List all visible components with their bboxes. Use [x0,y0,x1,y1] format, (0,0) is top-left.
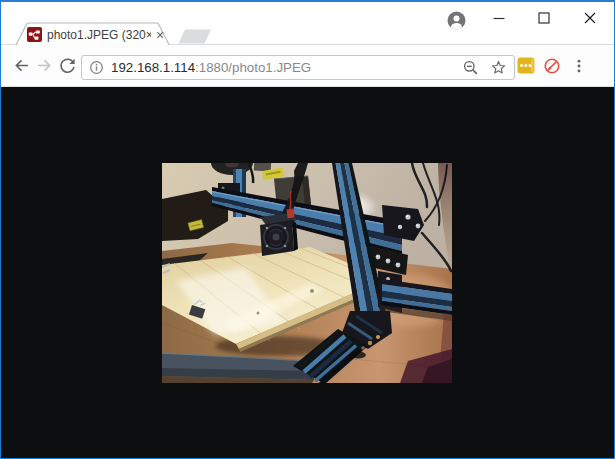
forward-icon[interactable] [35,56,54,75]
tab-title: photo1.JPEG (320×240) [47,28,151,43]
bookmark-star-icon[interactable] [489,58,508,77]
profile-avatar-icon[interactable] [447,11,466,30]
url-host: 192.168.1.114 [111,60,195,75]
extension-yellow-dots-icon[interactable] [517,57,535,74]
navigation-buttons [10,45,79,86]
address-bar[interactable]: 192.168.1.114:1880/photo1.JPEG [81,55,515,80]
browser-toolbar: 192.168.1.114:1880/photo1.JPEG [1,45,614,86]
url-path: :1880/photo1.JPEG [195,60,311,75]
back-icon[interactable] [12,56,31,75]
minimize-button[interactable] [491,10,507,26]
browser-window: photo1.JPEG (320×240) ✕ [0,0,615,459]
page-viewport [1,87,614,458]
photo-3d-printer [162,163,452,383]
maximize-button[interactable] [536,10,552,26]
url-text[interactable]: 192.168.1.114:1880/photo1.JPEG [111,60,461,75]
page-info-icon[interactable] [88,59,105,76]
node-red-favicon-icon [27,27,42,42]
extension-blocker-icon[interactable] [543,57,561,75]
browser-menu-icon[interactable] [570,57,588,75]
tab-close-icon[interactable]: ✕ [153,28,167,42]
close-window-button[interactable] [582,10,598,26]
reload-icon[interactable] [58,56,77,75]
new-tab-button[interactable] [179,30,212,44]
zoom-out-icon[interactable] [461,58,480,77]
title-bar: photo1.JPEG (320×240) ✕ [1,2,614,45]
